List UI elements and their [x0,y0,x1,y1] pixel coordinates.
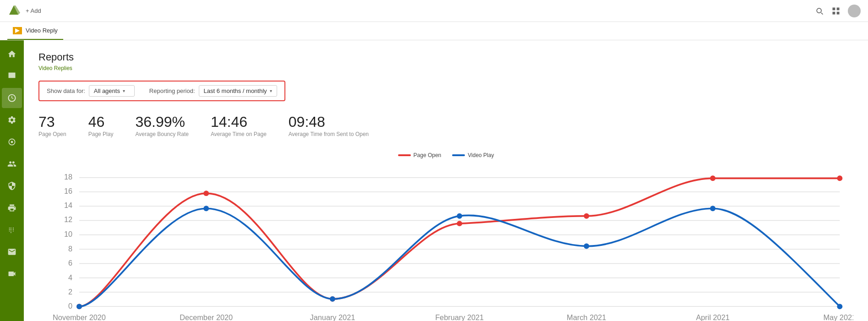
stat-page-play-value: 46 [88,114,114,130]
stat-page-open-label: Page Open [38,131,66,137]
stat-page-play-label: Page Play [88,131,114,137]
stat-time-sent-to-open-label: Average Time from Sent to Open [289,131,369,137]
svg-text:10: 10 [64,230,72,238]
svg-point-45 [330,296,335,302]
stat-time-on-page-value: 14:46 [211,114,267,130]
sidebar-item-contacts[interactable] [2,154,22,174]
chart-svg: .grid-line { stroke: #e0e0e0; stroke-wid… [38,164,853,321]
svg-rect-5 [837,11,840,14]
svg-point-47 [584,244,589,249]
svg-text:December 2020: December 2020 [180,313,233,321]
reporting-period-label: Reporting period: [149,87,195,94]
stat-time-on-page-label: Average Time on Page [211,131,267,137]
stat-time-sent-to-open-value: 09:48 [289,114,369,130]
svg-point-48 [710,206,715,212]
svg-point-49 [837,304,842,310]
stat-page-play: 46 Page Play [88,114,114,137]
stat-page-open-value: 73 [38,114,66,130]
content-area: Reports Video Replies Show data for: All… [24,40,868,321]
sidebar-item-email[interactable] [2,242,22,262]
sidebar-item-settings[interactable] [2,110,22,130]
tab-video-reply[interactable]: Video Reply [7,22,63,40]
svg-point-37 [203,190,209,196]
svg-text:8: 8 [68,245,72,253]
agents-chevron-icon: ▾ [123,88,125,93]
sidebar-item-activity[interactable] [2,132,22,152]
svg-text:16: 16 [64,187,72,195]
top-bar-right [815,5,861,17]
legend-video-play: Video Play [452,152,494,158]
tab-video-label: Video Reply [26,27,58,34]
svg-rect-2 [833,7,835,10]
svg-text:6: 6 [68,259,72,267]
top-bar-left: + Add [7,4,41,18]
svg-point-40 [584,213,589,219]
search-icon[interactable] [815,6,824,16]
svg-text:18: 18 [64,173,72,181]
main-layout: Reports Video Replies Show data for: All… [0,40,868,321]
chart-area: Page Open Video Play .grid-line { stroke… [38,152,853,321]
show-data-for-label: Show data for: [47,87,85,94]
sidebar-item-video[interactable] [2,264,22,284]
legend-page-open: Page Open [398,152,442,158]
sidebar-item-shield[interactable] [2,176,22,196]
svg-point-42 [837,176,842,181]
svg-point-44 [203,206,209,212]
breadcrumb[interactable]: Video Replies [38,65,853,71]
tab-video-icon [13,27,22,34]
sidebar-item-print[interactable] [2,198,22,218]
period-chevron-icon: ▾ [270,88,272,93]
stat-time-sent-to-open: 09:48 Average Time from Sent to Open [289,114,369,137]
svg-point-43 [76,304,82,310]
tab-bar: Video Reply [0,22,868,40]
svg-rect-3 [837,7,840,10]
page-title: Reports [38,51,853,63]
chart-svg-container: .grid-line { stroke: #e0e0e0; stroke-wid… [38,164,853,321]
stat-bounce-rate-label: Average Bouncy Rate [135,131,189,137]
svg-text:November 2020: November 2020 [53,313,106,321]
svg-text:14: 14 [64,201,72,210]
filter-bar: Show data for: All agents ▾ Reporting pe… [38,81,285,101]
legend-page-open-swatch [398,154,411,156]
legend-page-open-label: Page Open [414,152,442,158]
stat-bounce-rate: 36.99% Average Bouncy Rate [135,114,189,137]
stat-time-on-page: 14:46 Average Time on Page [211,114,267,137]
svg-text:January 2021: January 2021 [310,313,355,321]
svg-point-46 [457,213,462,219]
period-filter-group: Reporting period: Last 6 months / monthl… [149,85,277,97]
add-button[interactable]: + Add [26,7,41,14]
grid-icon[interactable] [831,6,841,16]
svg-text:February 2021: February 2021 [435,313,484,321]
svg-text:April 2021: April 2021 [696,313,729,321]
svg-rect-4 [833,11,835,14]
agents-filter-group: Show data for: All agents ▾ [47,85,135,97]
sidebar-item-home[interactable] [2,44,22,64]
svg-point-8 [11,141,13,143]
svg-text:2: 2 [68,288,72,296]
stat-bounce-rate-value: 36.99% [135,114,189,130]
svg-text:12: 12 [64,216,72,224]
avatar[interactable] [848,5,861,17]
legend-video-play-swatch [452,154,465,156]
sidebar [0,40,24,321]
logo [7,4,20,18]
period-select[interactable]: Last 6 months / monthly ▾ [199,85,277,97]
svg-text:May 2021: May 2021 [824,313,853,321]
stats-row: 73 Page Open 46 Page Play 36.99% Average… [38,114,853,137]
sidebar-item-reports[interactable] [2,88,22,108]
sidebar-item-inbox[interactable] [2,66,22,86]
svg-text:4: 4 [68,273,72,282]
top-bar: + Add [0,0,868,22]
legend-video-play-label: Video Play [468,152,494,158]
svg-point-41 [710,176,715,181]
svg-marker-6 [15,28,20,33]
stat-page-open: 73 Page Open [38,114,66,137]
svg-text:0: 0 [68,302,72,310]
svg-text:March 2021: March 2021 [567,313,606,321]
sidebar-item-apps[interactable] [2,220,22,240]
chart-legend: Page Open Video Play [38,152,853,158]
svg-point-39 [457,221,462,226]
agents-select[interactable]: All agents ▾ [89,85,135,97]
